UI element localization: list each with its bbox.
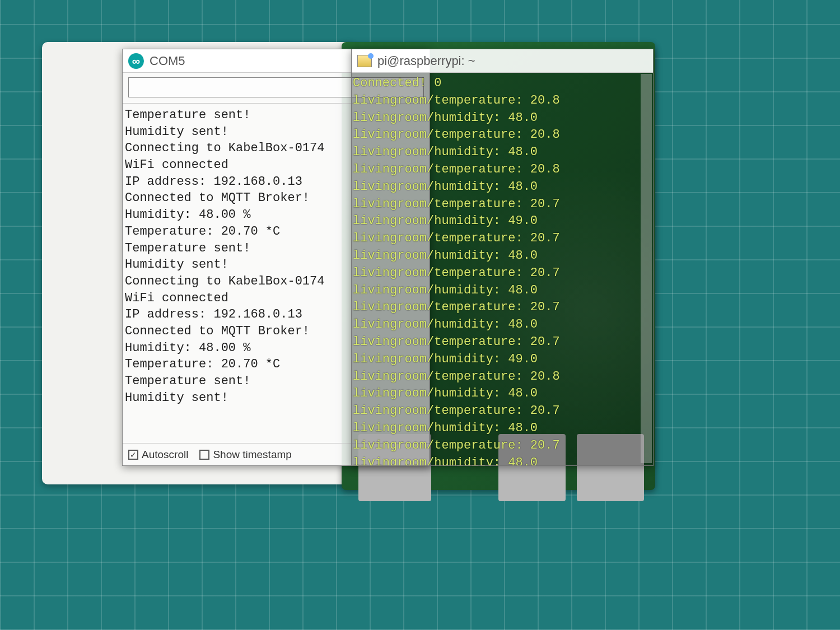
serial-monitor-title: COM5 [150,54,185,68]
terminal-line: livingroom/temperature: 20.8 [353,368,652,386]
terminal-scrollbar[interactable] [641,74,652,463]
terminal-line: livingroom/temperature: 20.7 [353,403,652,420]
autoscroll-checkbox[interactable]: ✓ Autoscroll [128,449,188,461]
terminal-line: livingroom/temperature: 20.7 [353,196,652,213]
putty-terminal[interactable]: Connected! 0 livingroom/temperature: 20.… [352,73,653,465]
timestamp-checkbox[interactable]: Show timestamp [199,449,291,461]
terminal-line: livingroom/humidity: 48.0 [353,144,652,161]
terminal-line: livingroom/temperature: 20.8 [353,161,652,179]
terminal-line: livingroom/humidity: 48.0 [353,420,652,437]
terminal-line: livingroom/temperature: 20.7 [353,437,652,455]
checkbox-icon: ✓ [128,450,138,460]
terminal-line: livingroom/temperature: 20.8 [353,127,652,144]
terminal-line: livingroom/humidity: 48.0 [353,316,652,334]
terminal-line: livingroom/humidity: 49.0 [353,213,652,230]
terminal-line: livingroom/humidity: 49.0 [353,351,652,368]
terminal-line: livingroom/temperature: 20.7 [353,230,652,248]
terminal-line: livingroom/humidity: 48.0 [353,385,652,403]
terminal-line: livingroom/temperature: 20.8 [353,92,652,110]
terminal-line: livingroom/humidity: 48.0 [353,110,652,127]
putty-icon [357,55,372,67]
terminal-line: livingroom/temperature: 20.7 [353,265,652,282]
checkbox-icon [199,450,209,460]
terminal-line: livingroom/temperature: 20.7 [353,299,652,316]
terminal-line: livingroom/temperature: 20.7 [353,334,652,351]
terminal-line: livingroom/humidity: 48.0 [353,282,652,300]
putty-window: pi@raspberrypi: ~ Connected! 0 livingroo… [351,49,654,466]
arduino-icon [128,53,144,69]
terminal-line: livingroom/humidity: 48.0 [353,455,652,465]
autoscroll-label: Autoscroll [142,449,188,461]
putty-title: pi@raspberrypi: ~ [377,54,475,68]
terminal-line: Connected! 0 [353,75,652,92]
putty-titlebar[interactable]: pi@raspberrypi: ~ [352,49,653,73]
terminal-line: livingroom/humidity: 48.0 [353,248,652,265]
timestamp-label: Show timestamp [213,449,291,461]
terminal-line: livingroom/humidity: 48.0 [353,179,652,196]
